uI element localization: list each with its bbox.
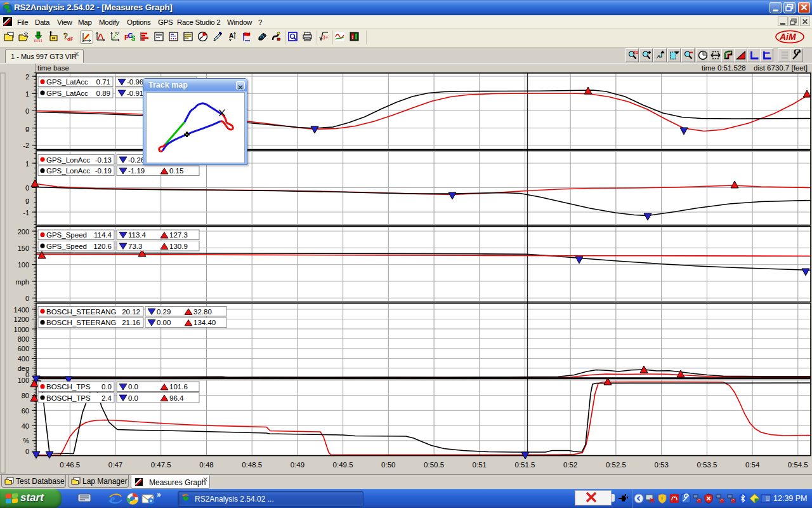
svg-text:0:48.5: 0:48.5 [242,461,262,469]
svg-text:S: S [131,34,136,42]
svg-text:AiM: AiM [779,32,796,42]
svg-text:%: % [23,437,29,444]
svg-text:0: 0 [25,448,29,455]
svg-text:134.40: 134.40 [193,319,216,326]
svg-text:0.00: 0.00 [157,319,171,326]
svg-text:0:49: 0:49 [291,461,304,469]
svg-text:2.4: 2.4 [102,394,112,402]
svg-text:20.12: 20.12 [122,308,140,316]
svg-text:2: 2 [25,73,29,81]
svg-text:GPS_LatAcc: GPS_LatAcc [46,90,88,97]
svg-text:21.16: 21.16 [122,319,140,326]
svg-text:100: 100 [18,377,29,384]
svg-text:-2: -2 [23,142,29,149]
svg-text:dF: dF [67,36,73,42]
svg-text:0:54: 0:54 [745,461,760,469]
svg-text:-1.19: -1.19 [128,167,145,175]
svg-text:0.71: 0.71 [96,78,110,86]
svg-text:GPS_Speed: GPS_Speed [46,243,87,250]
svg-text:200: 200 [18,228,29,236]
svg-text:0.0: 0.0 [102,383,112,391]
svg-text:0: 0 [25,295,29,302]
svg-text:g: g [25,124,29,132]
svg-text:60: 60 [22,407,29,415]
svg-text:113.4: 113.4 [128,231,147,239]
svg-text:0.0: 0.0 [128,383,138,391]
svg-text:0:46.5: 0:46.5 [60,461,80,469]
svg-text:GPS_LonAcc: GPS_LonAcc [46,156,90,164]
svg-text:0:51.5: 0:51.5 [515,461,535,469]
svg-text:0: 0 [25,184,29,192]
svg-text:0.15: 0.15 [169,167,183,175]
svg-text:150: 150 [18,244,29,252]
svg-text:0:53.5: 0:53.5 [697,461,717,469]
svg-text:GPS_LonAcc: GPS_LonAcc [46,167,90,175]
svg-text:120.6: 120.6 [93,243,112,250]
svg-text:-0.91: -0.91 [127,90,143,97]
svg-text:-0.13: -0.13 [95,156,112,164]
svg-text:600: 600 [18,345,29,352]
svg-text:1400: 1400 [14,306,29,314]
svg-text:-0.96: -0.96 [127,78,143,86]
svg-text:BOSCH_TPS: BOSCH_TPS [46,394,91,402]
svg-text:1: 1 [25,160,29,168]
svg-text:!: ! [352,34,354,40]
svg-text:0:51: 0:51 [473,461,487,469]
svg-text:40: 40 [22,422,29,430]
svg-text:100: 100 [18,261,29,269]
svg-text:1000: 1000 [14,326,29,333]
svg-text:73.3: 73.3 [128,243,142,250]
svg-text:0:50.5: 0:50.5 [424,461,444,469]
svg-text:0: 0 [25,107,29,115]
svg-text:1200: 1200 [14,316,29,323]
svg-text:127.3: 127.3 [169,231,188,239]
svg-text:80: 80 [22,392,29,399]
svg-text:0:54.5: 0:54.5 [788,461,808,469]
svg-text:GPS_Speed: GPS_Speed [46,231,87,239]
svg-text:0:53: 0:53 [655,461,669,469]
svg-text:0:50: 0:50 [381,461,395,469]
svg-text:400: 400 [18,355,29,363]
svg-text:0:52.5: 0:52.5 [606,461,626,469]
svg-text:-1: -1 [23,209,29,217]
svg-text:BOSCH_STEERANG: BOSCH_STEERANG [46,308,117,316]
svg-text:BOSCH_TPS: BOSCH_TPS [46,383,91,391]
svg-text:101.6: 101.6 [169,383,188,391]
svg-text:800: 800 [18,335,29,343]
svg-text:130.9: 130.9 [169,243,188,250]
svg-text:A: A [229,32,233,39]
svg-text:g: g [25,196,29,204]
svg-text:XY: XY [115,31,120,35]
svg-text:0:49.5: 0:49.5 [333,461,353,469]
svg-text:2D: 2D [633,50,639,55]
svg-text:mph: mph [16,278,29,286]
svg-text:32.80: 32.80 [193,308,212,316]
svg-text:BOSCH_STEERANG: BOSCH_STEERANG [46,319,117,326]
svg-text:0:47.5: 0:47.5 [151,461,171,469]
svg-text:-0.19: -0.19 [95,167,112,175]
svg-text:114.4: 114.4 [94,231,112,239]
svg-text:0.0: 0.0 [128,394,138,402]
svg-text:3+7: 3+7 [322,34,329,41]
svg-text:0:48: 0:48 [199,461,213,469]
svg-text:0:47: 0:47 [108,461,122,469]
svg-text:!: ! [661,495,663,502]
svg-text:1: 1 [25,90,29,98]
svg-text:GPS_LatAcc: GPS_LatAcc [46,78,88,86]
svg-text:0.29: 0.29 [157,308,171,316]
svg-text:0.89: 0.89 [96,90,110,97]
svg-text:0:52: 0:52 [563,461,577,469]
svg-text:96.4: 96.4 [169,394,184,402]
